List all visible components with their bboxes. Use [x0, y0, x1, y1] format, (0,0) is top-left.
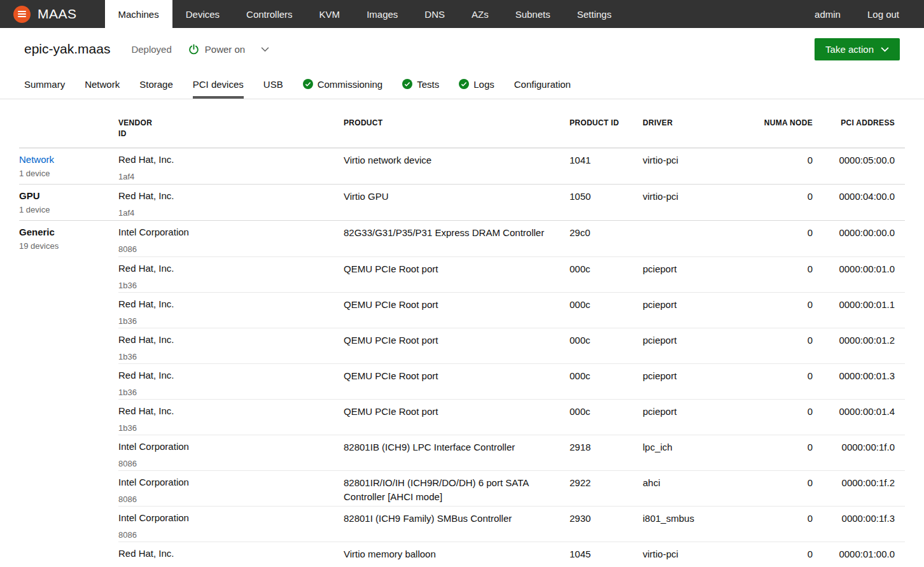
product-name: 82801IR/IO/IH (ICH9R/DO/DH) 6 port SATA … — [344, 476, 570, 506]
pci-address: 0000:00:01.1 — [813, 298, 905, 328]
tab-usb[interactable]: USB — [263, 70, 283, 99]
vendor-cell: Intel Corporation8086 — [118, 476, 344, 506]
vendor-name: Red Hat, Inc. — [118, 262, 328, 275]
passed-check-icon — [402, 79, 412, 89]
table-row: Red Hat, Inc.1af4Virtio GPU1050virtio-pc… — [118, 185, 905, 220]
vendor-id: 1af4 — [118, 171, 328, 183]
maas-brand[interactable]: MAAS — [0, 0, 77, 28]
vendor-name: Intel Corporation — [118, 226, 328, 239]
table-row: Red Hat, Inc.1af4Virtio memory balloon10… — [118, 542, 905, 567]
product-id: 000c — [570, 262, 643, 292]
driver — [643, 226, 745, 256]
vendor-name: Red Hat, Inc. — [118, 190, 328, 202]
vendor-id: 1b36 — [118, 422, 328, 435]
pci-address: 0000:00:01.3 — [813, 369, 905, 399]
top-navigation: MAAS MachinesDevicesControllersKVMImages… — [0, 0, 924, 28]
numa-node: 0 — [745, 333, 813, 363]
tab-logs[interactable]: Logs — [459, 70, 494, 99]
column-header-driver: Driver — [643, 118, 745, 140]
table-row: Intel Corporation808682801I (ICH9 Family… — [118, 506, 905, 542]
nav-item-images[interactable]: Images — [353, 0, 411, 28]
power-icon — [188, 44, 199, 55]
driver: virtio-pci — [643, 190, 745, 220]
tab-network[interactable]: Network — [85, 70, 120, 99]
power-menu-chevron-icon[interactable] — [261, 46, 269, 52]
vendor-id: 1af4 — [118, 564, 328, 567]
tab-commissioning[interactable]: Commissioning — [303, 70, 383, 99]
power-label: Power on — [205, 44, 245, 55]
tab-label: Tests — [417, 79, 439, 90]
chevron-down-icon — [881, 46, 889, 52]
product-name: Virtio memory balloon — [344, 547, 570, 567]
product-name: 82G33/G31/P35/P31 Express DRAM Controlle… — [344, 226, 570, 256]
vendor-id: 8086 — [118, 458, 328, 470]
group-rows: Red Hat, Inc.1af4Virtio GPU1050virtio-pc… — [118, 185, 905, 220]
group-name-link[interactable]: Network — [19, 154, 118, 165]
vendor-name: Red Hat, Inc. — [118, 298, 328, 311]
driver: i801_smbus — [643, 512, 745, 542]
product-id: 2918 — [570, 440, 643, 470]
power-status: Power on — [188, 44, 269, 55]
tab-pci-devices[interactable]: PCI devices — [193, 70, 244, 99]
vendor-cell: Intel Corporation8086 — [118, 440, 344, 470]
nav-item-dns[interactable]: DNS — [411, 0, 458, 28]
tab-configuration[interactable]: Configuration — [514, 70, 571, 99]
primary-nav: MachinesDevicesControllersKVMImagesDNSAZ… — [105, 0, 625, 28]
table-row: Intel Corporation808682801IB (ICH9) LPC … — [118, 435, 905, 470]
product-id: 1041 — [570, 153, 643, 184]
column-header-vendor-id: Vendor ID — [118, 118, 344, 140]
tab-summary[interactable]: Summary — [24, 70, 65, 99]
group-label: GPU1 device — [19, 185, 118, 220]
device-group-generic: Generic19 devicesIntel Corporation808682… — [19, 220, 905, 567]
tab-label: Commissioning — [318, 79, 383, 90]
vendor-cell: Red Hat, Inc.1b36 — [118, 405, 344, 435]
tab-storage[interactable]: Storage — [139, 70, 173, 99]
driver: pcieport — [643, 262, 745, 292]
vendor-cell: Red Hat, Inc.1b36 — [118, 333, 344, 363]
pci-address: 0000:00:1f.2 — [813, 476, 905, 506]
vendor-id: 8086 — [118, 493, 328, 506]
driver: pcieport — [643, 333, 745, 363]
driver: lpc_ich — [643, 440, 745, 470]
take-action-button[interactable]: Take action — [815, 38, 900, 60]
nav-item-admin[interactable]: admin — [801, 0, 854, 28]
nav-item-kvm[interactable]: KVM — [306, 0, 354, 28]
pci-address: 0000:05:00.0 — [813, 153, 905, 184]
product-name: QEMU PCIe Root port — [344, 333, 570, 363]
logout-link[interactable]: Log out — [854, 0, 913, 28]
vendor-name: Intel Corporation — [118, 440, 328, 453]
product-name: QEMU PCIe Root port — [344, 298, 570, 328]
take-action-label: Take action — [825, 44, 874, 55]
product-id: 1045 — [570, 547, 643, 567]
nav-item-settings[interactable]: Settings — [564, 0, 625, 28]
vendor-id: 1af4 — [118, 207, 328, 220]
numa-node: 0 — [745, 512, 813, 542]
vendor-cell: Red Hat, Inc.1b36 — [118, 369, 344, 399]
numa-node: 0 — [745, 262, 813, 292]
vendor-name: Red Hat, Inc. — [118, 405, 328, 417]
nav-item-controllers[interactable]: Controllers — [233, 0, 306, 28]
nav-item-machines[interactable]: Machines — [105, 0, 172, 28]
tab-label: Storage — [139, 79, 173, 90]
vendor-cell: Intel Corporation8086 — [118, 512, 344, 542]
tab-label: Summary — [24, 79, 65, 90]
maas-logo-icon — [13, 6, 31, 23]
nav-item-subnets[interactable]: Subnets — [502, 0, 564, 28]
tab-label: Configuration — [514, 79, 571, 90]
numa-node: 0 — [745, 405, 813, 435]
product-id: 29c0 — [570, 226, 643, 256]
column-header-pci-address: PCI address — [813, 118, 905, 140]
nav-item-azs[interactable]: AZs — [458, 0, 502, 28]
pci-devices-panel: Vendor IDProductProduct IDDriverNUMA nod… — [0, 99, 924, 567]
nav-item-devices[interactable]: Devices — [172, 0, 233, 28]
product-name: QEMU PCIe Root port — [344, 262, 570, 292]
device-group-network: Network1 deviceRed Hat, Inc.1af4Virtio n… — [19, 148, 905, 184]
group-rows: Intel Corporation808682G33/G31/P35/P31 E… — [118, 221, 905, 567]
product-id: 2930 — [570, 512, 643, 542]
group-rows: Red Hat, Inc.1af4Virtio network device10… — [118, 148, 905, 184]
tab-tests[interactable]: Tests — [402, 70, 439, 99]
vendor-name: Red Hat, Inc. — [118, 333, 328, 346]
vendor-id: 1b36 — [118, 386, 328, 399]
tab-label: USB — [263, 79, 283, 90]
numa-node: 0 — [745, 476, 813, 506]
